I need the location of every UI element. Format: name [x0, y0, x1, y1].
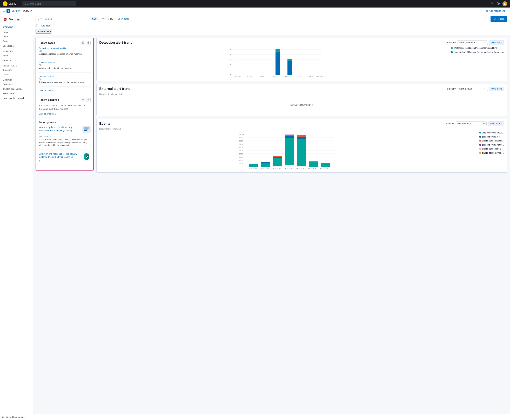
stack-by-select-events[interactable]: event.dataset: [456, 121, 487, 126]
svg-rect-29: [84, 128, 89, 129]
global-search-input[interactable]: [27, 3, 75, 5]
case-link-0[interactable]: Suspicious process identified: [39, 47, 67, 50]
events-title: Events: [99, 122, 111, 126]
view-all-cases-link[interactable]: View all cases: [39, 89, 90, 92]
filter-info-icon[interactable]: ⓘ: [36, 24, 38, 27]
sidebar-item-trusted-apps[interactable]: Trusted applications: [0, 87, 33, 91]
stack-by-select-detection[interactable]: signal.rule.name: [457, 40, 488, 45]
case-comments-0: 0: [39, 50, 90, 52]
stack-by-value-external: event.module: [458, 88, 472, 90]
settings-icon-btn[interactable]: [490, 1, 494, 6]
recent-timelines-icons: [81, 98, 90, 102]
sidebar-item-rules[interactable]: Rules: [0, 39, 33, 44]
news-thumb-1: [82, 152, 90, 161]
help-icon-btn[interactable]: [496, 1, 500, 6]
case-comments-2: 1: [39, 78, 90, 81]
view-events-button[interactable]: View events: [488, 121, 504, 126]
case-comment-count-0: 0: [41, 50, 43, 52]
news-link-1[interactable]: Detection and response for the actively …: [39, 153, 77, 158]
breadcrumb-security[interactable]: Security: [12, 10, 20, 12]
events-header: Events Stack by event.dataset View event…: [99, 121, 504, 126]
sidebar-item-overview[interactable]: Overview: [0, 25, 33, 29]
sidebar-item-timelines[interactable]: Timelines: [0, 68, 33, 72]
legend-dot-1: [451, 51, 453, 53]
show-dates-button[interactable]: Show dates: [116, 18, 131, 20]
svg-rect-87: [285, 136, 294, 138]
timelines-create-button[interactable]: [86, 98, 90, 102]
timelines-empty-message: You haven't favorited any timelines yet.…: [39, 104, 90, 111]
cases-create-button[interactable]: [86, 41, 90, 45]
svg-text:5: 5: [230, 69, 231, 71]
events-card: Events Stack by event.dataset View event…: [96, 119, 507, 172]
detection-alert-header: Detection alert trend Stack by signal.ru…: [99, 40, 504, 45]
stack-by-label-external: Stack by: [447, 88, 456, 90]
sidebar: Security Overview Detect Alerts Rules Ex…: [0, 14, 33, 420]
svg-rect-91: [297, 137, 306, 139]
external-alert-controls: Stack by event.module View alerts: [447, 87, 504, 91]
view-all-timelines-link[interactable]: View all timelines: [39, 112, 90, 115]
svg-rect-13: [38, 19, 39, 19]
svg-text:11-15 06:00: 11-15 06:00: [233, 76, 241, 78]
case-link-1[interactable]: Malware detected: [39, 61, 56, 64]
global-search-bar[interactable]: [22, 1, 76, 6]
sidebar-item-endpoints[interactable]: Endpoints: [0, 82, 33, 87]
sidebar-item-host-isolation[interactable]: Host isolation exceptions: [0, 96, 33, 100]
sidebar-item-cases[interactable]: Cases: [0, 72, 33, 77]
events-legend-dot-4: [479, 148, 481, 150]
svg-rect-30: [84, 129, 88, 130]
events-legend-item-5: elastic_agent.metricbe...: [479, 152, 504, 154]
detection-alert-legend: Whitespace Padding in Process Command Li…: [451, 47, 504, 78]
kql-badge-button[interactable]: KQL: [91, 17, 98, 20]
stack-by-select-external[interactable]: event.module: [457, 87, 488, 91]
data-sources-button[interactable]: Data sources: [36, 29, 52, 34]
add-filter-link[interactable]: + Add filter: [39, 24, 50, 27]
svg-rect-96: [321, 163, 330, 167]
sidebar-item-alerts[interactable]: Alerts: [0, 34, 33, 39]
view-external-alerts-button[interactable]: View alerts: [489, 87, 504, 91]
events-legend-item-2: elastic_agent.endpoint: [479, 140, 504, 142]
elastic-logo[interactable]: e elastic: [3, 1, 16, 6]
svg-rect-89: [285, 134, 294, 135]
hamburger-menu-btn[interactable]: ☰: [3, 9, 5, 13]
legend-label-1: Enumeration of Users or Groups via Built…: [454, 51, 504, 54]
sidebar-item-event-filters[interactable]: Event filters: [0, 91, 33, 96]
sidebar-item-hosts[interactable]: Hosts: [0, 53, 33, 58]
search-input[interactable]: [43, 18, 91, 20]
news-link-0[interactable]: New and updated prebuilt security detect…: [39, 126, 72, 132]
refresh-button[interactable]: Refresh: [490, 16, 507, 22]
sidebar-item-exceptions[interactable]: Exceptions: [0, 44, 33, 48]
timelines-favorites-button[interactable]: [81, 98, 85, 102]
user-avatar[interactable]: E: [502, 1, 507, 6]
search-bar-filter-icon[interactable]: [36, 18, 43, 20]
filter-row: ⓘ + Add filter: [33, 23, 510, 28]
view-alerts-button[interactable]: View alerts: [489, 40, 504, 45]
bottom-timeline-name[interactable]: Untitled timeline: [9, 416, 25, 418]
content-area: KQL Today Show dates: [33, 14, 510, 420]
cases-add-button[interactable]: [81, 41, 85, 45]
svg-point-6: [498, 4, 499, 4]
news-item-0: New and updated prebuilt security detect…: [39, 126, 90, 150]
case-item-0: Suspicious process identified 0 Suspicio…: [39, 47, 90, 59]
breadcrumb-bar: ☰ D Security › Overview Add integrations: [0, 8, 510, 14]
elastic-logo-text: elastic: [8, 2, 16, 5]
recent-cases-title: Recent cases: [39, 41, 55, 44]
search-bar[interactable]: KQL: [36, 16, 99, 22]
svg-text:11-15 18:00: 11-15 18:00: [281, 76, 289, 78]
left-column: Recent cases: [36, 38, 94, 172]
security-news-title: Security news: [39, 121, 56, 124]
svg-text:0: 0: [230, 74, 231, 76]
svg-text:10,000: 10,000: [239, 134, 244, 135]
svg-rect-93: [297, 135, 306, 136]
svg-rect-45: [276, 52, 280, 75]
recent-timelines-title: Recent timelines: [39, 98, 59, 101]
bottom-add-button[interactable]: ⊕: [2, 416, 5, 419]
recent-timelines-header: Recent timelines: [39, 98, 90, 102]
events-legend-label-3: endpoint.events.netwo...: [482, 144, 504, 146]
breadcrumb-separator: ›: [21, 10, 22, 12]
sidebar-item-network[interactable]: Network: [0, 58, 33, 62]
case-link-2[interactable]: Phishing emails: [39, 75, 54, 78]
date-picker[interactable]: Today: [100, 16, 115, 22]
events-legend-item-0: endpoint.events.proce...: [479, 132, 504, 134]
workspace-badge: D: [7, 9, 10, 13]
add-integrations-button[interactable]: Add integrations: [484, 9, 507, 13]
